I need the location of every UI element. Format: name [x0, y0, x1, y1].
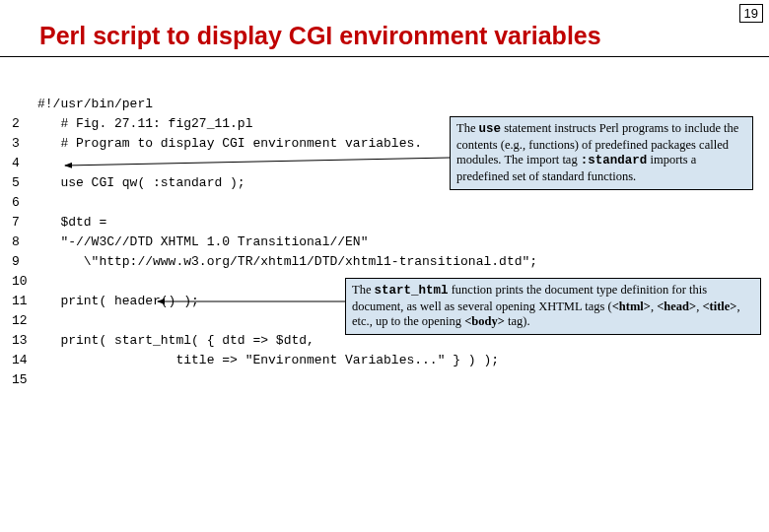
code-line: $dtd = — [37, 213, 106, 233]
keyword-start-html: start_html — [375, 284, 449, 298]
code-line: print( header() ); — [37, 292, 199, 311]
line-number: 15 — [12, 370, 37, 390]
line-number: 13 — [12, 331, 37, 351]
callout-start-html: The start_html function prints the docum… — [345, 278, 761, 335]
line-number: 14 — [12, 351, 37, 370]
code-line: use CGI qw( :standard ); — [37, 173, 245, 193]
code-line: title => "Environment Variables..." } ) … — [37, 351, 499, 370]
title-rule — [0, 56, 769, 57]
tag-head: <head> — [657, 299, 696, 313]
line-number: 10 — [12, 272, 37, 292]
code-line: \"http://www.w3.org/TR/xhtml1/DTD/xhtml1… — [37, 252, 537, 272]
line-number: 8 — [12, 233, 37, 252]
line-number: 7 — [12, 213, 37, 233]
tag-html: <html> — [612, 299, 651, 313]
code-line: # Fig. 27.11: fig27_11.pl — [37, 114, 252, 134]
keyword-standard: :standard — [581, 154, 648, 167]
page-title: Perl script to display CGI environment v… — [39, 22, 769, 50]
line-number: 2 — [12, 114, 37, 134]
line-number: 9 — [12, 252, 37, 272]
line-number: 6 — [12, 193, 37, 213]
callout-use-statement: The use statement instructs Perl program… — [450, 116, 753, 190]
line-number: 11 — [12, 292, 37, 311]
code-line: # Program to display CGI environment var… — [37, 134, 422, 154]
keyword-use: use — [479, 122, 502, 136]
slide-number: 19 — [739, 4, 763, 23]
line-number: 5 — [12, 173, 37, 193]
line-number: 12 — [12, 311, 37, 331]
code-shebang: #!/usr/bin/perl — [37, 95, 153, 114]
code-line: "-//W3C//DTD XHTML 1.0 Transitional//EN" — [37, 233, 368, 252]
line-number: 4 — [12, 154, 37, 173]
tag-body: <body> — [464, 314, 505, 328]
line-number: 3 — [12, 134, 37, 154]
code-line: print( start_html( { dtd => $dtd, — [37, 331, 315, 351]
tag-title: <title> — [702, 299, 736, 313]
